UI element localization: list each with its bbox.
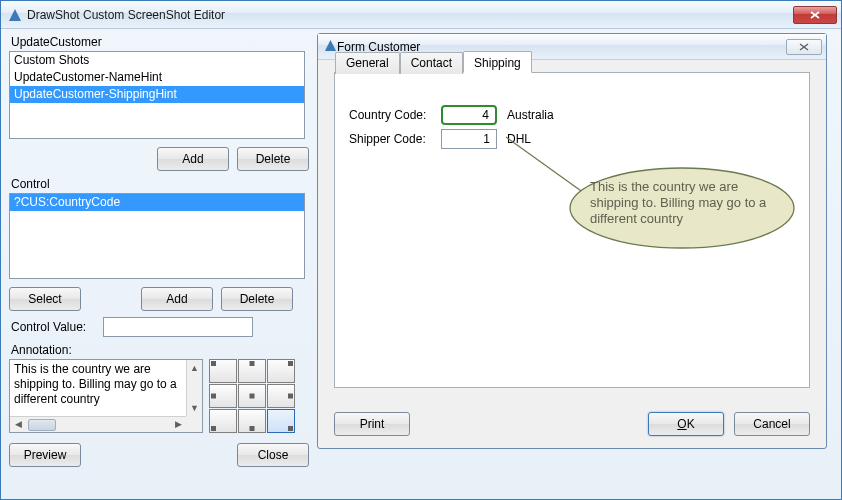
ok-button[interactable]: OK: [648, 412, 724, 436]
svg-marker-0: [9, 9, 21, 21]
scroll-up-icon[interactable]: ▲: [187, 360, 202, 376]
position-middle-right[interactable]: [267, 384, 295, 408]
scroll-corner: [186, 416, 202, 432]
tab-shipping[interactable]: Shipping: [463, 51, 532, 73]
country-code-input[interactable]: [441, 105, 497, 125]
shipper-code-input[interactable]: [441, 129, 497, 149]
control-value-label: Control Value:: [11, 320, 103, 334]
close-button[interactable]: Close: [237, 443, 309, 467]
scroll-right-icon[interactable]: ▶: [170, 417, 186, 432]
update-customer-label: UpdateCustomer: [11, 35, 309, 49]
annotation-textbox[interactable]: This is the country we are shipping to. …: [9, 359, 203, 433]
tab-strip: General Contact Shipping: [335, 51, 532, 73]
annotation-hscroll[interactable]: ◀ ▶: [10, 416, 186, 432]
position-middle-center[interactable]: [238, 384, 266, 408]
svg-point-7: [570, 168, 794, 248]
country-name-text: Australia: [507, 108, 554, 122]
scroll-thumb[interactable]: [28, 419, 56, 431]
annotation-label: Annotation:: [11, 343, 309, 357]
callout-balloon: This is the country we are shipping to. …: [570, 169, 792, 247]
country-code-label: Country Code:: [349, 108, 441, 122]
position-bottom-right[interactable]: [267, 409, 295, 433]
annotation-vscroll[interactable]: ▲ ▼: [186, 360, 202, 416]
control-value-input[interactable]: [103, 317, 253, 337]
position-top-center[interactable]: [238, 359, 266, 383]
tab-general[interactable]: General: [335, 52, 400, 74]
shipper-name-text: DHL: [507, 132, 531, 146]
preview-button[interactable]: Preview: [9, 443, 81, 467]
select-button[interactable]: Select: [9, 287, 81, 311]
tab-frame: General Contact Shipping Country Code: A…: [334, 72, 810, 388]
position-middle-left[interactable]: [209, 384, 237, 408]
window-close-button[interactable]: [793, 6, 837, 24]
control-add-button[interactable]: Add: [141, 287, 213, 311]
scroll-left-icon[interactable]: ◀: [10, 417, 26, 432]
list-item[interactable]: ?CUS:CountryCode: [10, 194, 304, 211]
control-delete-button[interactable]: Delete: [221, 287, 293, 311]
position-bottom-center[interactable]: [238, 409, 266, 433]
inner-close-button[interactable]: [786, 39, 822, 55]
titlebar[interactable]: DrawShot Custom ScreenShot Editor: [1, 1, 841, 29]
annotation-text: This is the country we are shipping to. …: [14, 362, 184, 407]
list-item[interactable]: UpdateCustomer-NameHint: [10, 69, 304, 86]
shots-add-button[interactable]: Add: [157, 147, 229, 171]
form-customer-window: Form Customer General Contact Shipping C…: [317, 33, 827, 449]
position-bottom-left[interactable]: [209, 409, 237, 433]
svg-marker-3: [325, 39, 336, 50]
list-item[interactable]: UpdateCustomer-ShippingHint: [10, 86, 304, 103]
custom-shots-listbox[interactable]: Custom Shots UpdateCustomer-NameHint Upd…: [9, 51, 305, 139]
custom-shots-header: Custom Shots: [10, 52, 304, 69]
app-icon: [7, 7, 23, 23]
print-button[interactable]: Print: [334, 412, 410, 436]
window-title: DrawShot Custom ScreenShot Editor: [27, 8, 793, 22]
callout-position-grid: [209, 359, 295, 433]
callout-text: This is the country we are shipping to. …: [590, 179, 774, 227]
shots-delete-button[interactable]: Delete: [237, 147, 309, 171]
control-listbox[interactable]: ?CUS:CountryCode: [9, 193, 305, 279]
control-header: Control: [11, 177, 309, 191]
tab-contact[interactable]: Contact: [400, 52, 463, 74]
cancel-button[interactable]: Cancel: [734, 412, 810, 436]
main-window: DrawShot Custom ScreenShot Editor Update…: [0, 0, 842, 500]
scroll-down-icon[interactable]: ▼: [187, 400, 202, 416]
left-pane: UpdateCustomer Custom Shots UpdateCustom…: [9, 33, 309, 467]
position-top-left[interactable]: [209, 359, 237, 383]
position-top-right[interactable]: [267, 359, 295, 383]
shipper-code-label: Shipper Code:: [349, 132, 441, 146]
